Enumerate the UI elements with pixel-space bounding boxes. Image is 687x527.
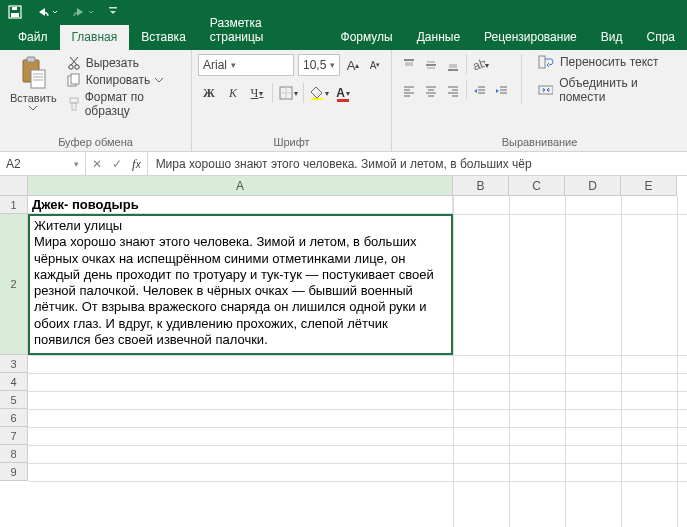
format-painter-button[interactable]: Формат по образцу: [67, 90, 185, 118]
cell-A1[interactable]: Джек- поводырь: [28, 196, 453, 214]
increase-font-icon[interactable]: A▴: [344, 54, 362, 76]
font-name-combo[interactable]: Arial▾: [198, 54, 294, 76]
formula-input[interactable]: Мира хорошо знают этого человека. Зимой …: [148, 152, 687, 175]
name-box[interactable]: A2▾: [0, 152, 86, 175]
align-bottom-icon[interactable]: [442, 54, 464, 76]
svg-rect-3: [109, 7, 117, 9]
ribbon-group-font: Arial▾ 10,5▾ A▴ A▾ Ж К Ч▾ ▾ ▾ А▾ Шрифт: [192, 50, 392, 151]
fill-color-button[interactable]: ▾: [308, 82, 330, 104]
select-all-button[interactable]: [0, 176, 28, 196]
paintbrush-icon: [67, 97, 80, 111]
italic-button[interactable]: К: [222, 82, 244, 104]
copy-button[interactable]: Копировать: [67, 73, 185, 87]
redo-icon[interactable]: [72, 5, 94, 19]
merge-center-label: Объединить и помести: [559, 76, 681, 104]
decrease-font-icon[interactable]: A▾: [366, 54, 384, 76]
font-size-combo[interactable]: 10,5▾: [298, 54, 340, 76]
column-header[interactable]: E: [621, 176, 677, 196]
format-painter-label: Формат по образцу: [85, 90, 185, 118]
tab-view[interactable]: Вид: [589, 25, 635, 50]
row-header[interactable]: 5: [0, 391, 28, 409]
column-header[interactable]: C: [509, 176, 565, 196]
align-top-icon[interactable]: [398, 54, 420, 76]
tab-file[interactable]: Файл: [6, 25, 60, 50]
decrease-indent-icon[interactable]: [469, 80, 491, 102]
group-title-font: Шрифт: [198, 134, 385, 149]
row-header[interactable]: 9: [0, 463, 28, 481]
cells-area[interactable]: Джек- поводырь Жители улицы Мира хорошо …: [28, 196, 687, 527]
formula-bar: A2▾ ✕ ✓ fx Мира хорошо знают этого челов…: [0, 152, 687, 176]
borders-button[interactable]: ▾: [277, 82, 299, 104]
svg-text:ab: ab: [471, 58, 485, 72]
row-header[interactable]: 4: [0, 373, 28, 391]
ribbon-group-alignment: ab▾ Переносить текст: [392, 50, 687, 151]
row-header[interactable]: 3: [0, 355, 28, 373]
tab-review[interactable]: Рецензирование: [472, 25, 589, 50]
cancel-formula-icon[interactable]: ✕: [92, 157, 102, 171]
row-header[interactable]: 8: [0, 445, 28, 463]
save-icon[interactable]: [8, 5, 22, 19]
svg-rect-51: [539, 56, 545, 68]
align-left-icon[interactable]: [398, 80, 420, 102]
align-right-icon[interactable]: [442, 80, 464, 102]
row-header[interactable]: 1: [0, 196, 28, 214]
merge-center-button[interactable]: Объединить и помести: [538, 76, 681, 104]
column-header[interactable]: D: [565, 176, 621, 196]
svg-rect-52: [539, 86, 553, 94]
font-color-button[interactable]: А▾: [332, 82, 354, 104]
svg-rect-16: [70, 98, 78, 103]
clipboard-paste-icon: [19, 56, 47, 90]
paste-button[interactable]: Вставить: [6, 54, 61, 113]
wrap-text-icon: [538, 54, 554, 70]
scissors-icon: [67, 56, 81, 70]
tab-home[interactable]: Главная: [60, 25, 130, 50]
cut-label: Вырезать: [86, 56, 139, 70]
ribbon: Вставить Вырезать Копировать Формат по о…: [0, 50, 687, 152]
copy-icon: [67, 73, 81, 87]
group-title-clipboard: Буфер обмена: [6, 134, 185, 149]
wrap-text-label: Переносить текст: [560, 55, 659, 69]
row-header[interactable]: 6: [0, 409, 28, 427]
align-center-icon[interactable]: [420, 80, 442, 102]
column-header[interactable]: A: [28, 176, 453, 196]
cell-A2-selected[interactable]: Жители улицы Мира хорошо знают этого чел…: [28, 214, 453, 355]
svg-line-12: [71, 57, 78, 65]
svg-rect-21: [311, 98, 323, 100]
tab-page-layout[interactable]: Разметка страницы: [198, 11, 329, 50]
column-header[interactable]: B: [453, 176, 509, 196]
svg-rect-17: [72, 103, 76, 110]
paste-label: Вставить: [10, 92, 57, 104]
svg-rect-6: [31, 70, 45, 88]
align-middle-icon[interactable]: [420, 54, 442, 76]
increase-indent-icon[interactable]: [491, 80, 513, 102]
chevron-down-icon: ▾: [74, 159, 79, 169]
chevron-down-icon: ▾: [231, 60, 236, 70]
svg-rect-2: [12, 7, 17, 10]
svg-line-13: [70, 57, 77, 65]
group-title-alignment: Выравнивание: [398, 134, 681, 149]
tab-formulas[interactable]: Формулы: [329, 25, 405, 50]
chevron-down-icon: [29, 106, 37, 111]
svg-point-10: [68, 65, 72, 69]
svg-rect-1: [11, 13, 19, 17]
customize-qat-icon[interactable]: [108, 5, 118, 19]
column-headers: ABCDE: [28, 176, 687, 196]
fx-icon[interactable]: fx: [132, 156, 141, 172]
undo-icon[interactable]: [36, 5, 58, 19]
tab-help[interactable]: Спра: [634, 25, 687, 50]
svg-rect-5: [27, 57, 35, 62]
row-header[interactable]: 7: [0, 427, 28, 445]
row-header[interactable]: 2: [0, 214, 28, 355]
tab-data[interactable]: Данные: [405, 25, 472, 50]
tab-insert[interactable]: Вставка: [129, 25, 198, 50]
orientation-icon[interactable]: ab▾: [469, 54, 491, 76]
bold-button[interactable]: Ж: [198, 82, 220, 104]
cut-button[interactable]: Вырезать: [67, 56, 185, 70]
enter-formula-icon[interactable]: ✓: [112, 157, 122, 171]
svg-rect-15: [71, 74, 79, 84]
svg-rect-22: [337, 99, 349, 102]
ribbon-tabs: Файл Главная Вставка Разметка страницы Ф…: [0, 24, 687, 50]
wrap-text-button[interactable]: Переносить текст: [538, 54, 681, 70]
underline-button[interactable]: Ч▾: [246, 82, 268, 104]
chevron-down-icon: ▾: [330, 60, 335, 70]
